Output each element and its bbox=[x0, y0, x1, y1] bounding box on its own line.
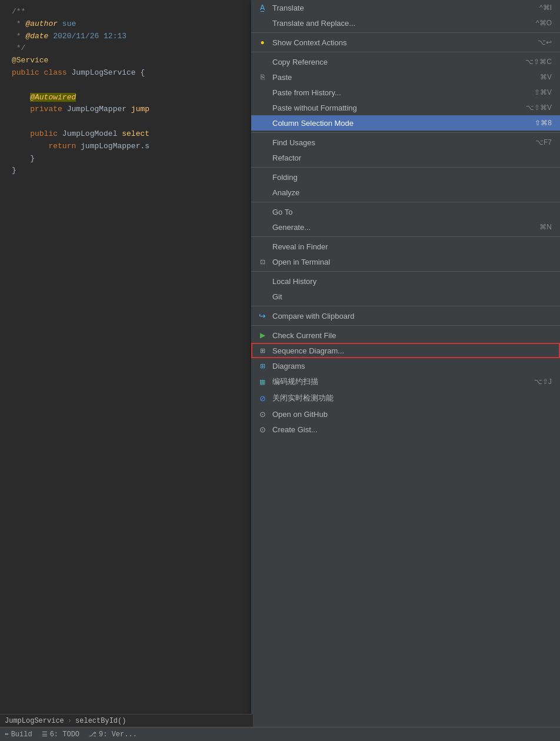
menu-item-generate[interactable]: Generate... ⌘N bbox=[251, 219, 560, 235]
code-line: /** bbox=[12, 6, 253, 18]
code-line: */ bbox=[12, 42, 253, 55]
menu-item-git[interactable]: Git bbox=[251, 289, 560, 304]
menu-item-shortcut: ⌥F7 bbox=[535, 138, 552, 146]
menu-separator bbox=[251, 202, 560, 202]
menu-item-show-context-actions[interactable]: ● Show Context Actions ⌥↩ bbox=[251, 35, 560, 50]
menu-item-label: Sequence Diagram... bbox=[272, 346, 552, 355]
menu-separator bbox=[251, 52, 560, 52]
code-line: private JumpLogMapper jump bbox=[12, 104, 253, 116]
menu-item-shortcut: ⌥⇧⌘C bbox=[525, 58, 552, 66]
menu-item-label: Find Usages bbox=[272, 138, 524, 147]
menu-item-label: Translate bbox=[272, 4, 528, 12]
code-line: public JumpLogModel select bbox=[12, 128, 253, 141]
menu-item-column-selection[interactable]: Column Selection Mode ⇧⌘8 bbox=[251, 115, 560, 131]
menu-item-shortcut: ⌥⇧⌘V bbox=[526, 104, 552, 112]
menu-item-shortcut: ⌥↩ bbox=[538, 38, 552, 46]
menu-item-refactor[interactable]: Refactor bbox=[251, 150, 560, 165]
menu-separator bbox=[251, 306, 560, 306]
breadcrumb-class[interactable]: JumpLogService bbox=[5, 717, 64, 725]
menu-item-label: Local History bbox=[272, 277, 552, 286]
menu-item-label: Compare with Clipboard bbox=[272, 312, 552, 321]
code-line: return jumpLogMapper.s bbox=[12, 141, 253, 153]
menu-separator bbox=[251, 132, 560, 133]
menu-item-label: Analyze bbox=[272, 188, 552, 197]
code-line: @Service bbox=[12, 55, 253, 67]
menu-item-reveal-finder[interactable]: Reveal in Finder bbox=[251, 239, 560, 254]
menu-item-label: Git bbox=[272, 292, 552, 301]
breadcrumb-method[interactable]: selectById() bbox=[75, 717, 126, 725]
build-icon: ⬅ bbox=[5, 730, 9, 738]
code-check-icon: ▦ bbox=[257, 378, 268, 386]
menu-item-local-history[interactable]: Local History bbox=[251, 273, 560, 289]
vcs-label: 9: Ver... bbox=[99, 730, 137, 739]
status-bar: ⬅ Build ☰ 6: TODO ⎇ 9: Ver... bbox=[0, 727, 560, 741]
todo-label: 6: TODO bbox=[50, 730, 79, 739]
menu-item-label: Reveal in Finder bbox=[272, 242, 552, 251]
vcs-icon: ⎇ bbox=[89, 730, 96, 738]
menu-item-open-github[interactable]: ⊙ Open on GitHub bbox=[251, 406, 560, 422]
menu-item-shortcut: ⌘V bbox=[540, 73, 552, 81]
menu-item-compare-clipboard[interactable]: ↪ Compare with Clipboard bbox=[251, 308, 560, 323]
menu-item-disable-realtime[interactable]: ⊘ 关闭实时检测功能 bbox=[251, 390, 560, 406]
menu-item-label: Translate and Replace... bbox=[272, 19, 524, 28]
code-line: public class JumpLogService { bbox=[12, 67, 253, 79]
menu-item-shortcut: ^⌘O bbox=[536, 19, 552, 27]
menu-separator bbox=[251, 271, 560, 272]
menu-item-create-gist[interactable]: ⊙ Create Gist... bbox=[251, 422, 560, 437]
menu-separator bbox=[251, 167, 560, 168]
menu-item-check-current-file[interactable]: ▶ Check Current File bbox=[251, 328, 560, 343]
menu-item-analyze[interactable]: Analyze bbox=[251, 185, 560, 200]
gist-icon: ⊙ bbox=[257, 425, 268, 434]
compare-icon: ↪ bbox=[257, 311, 268, 321]
menu-item-paste[interactable]: ⎘ Paste ⌘V bbox=[251, 69, 560, 85]
code-line bbox=[12, 79, 253, 92]
code-line: * @date 2020/11/26 12:13 bbox=[12, 31, 253, 43]
menu-item-shortcut: ^⌘I bbox=[539, 4, 552, 12]
menu-item-open-terminal[interactable]: ⊡ Open in Terminal bbox=[251, 254, 560, 269]
menu-item-label: Check Current File bbox=[272, 331, 552, 340]
github-icon: ⊙ bbox=[257, 410, 268, 419]
menu-item-diagrams[interactable]: ⊞ Diagrams bbox=[251, 358, 560, 373]
status-todo[interactable]: ☰ 6: TODO bbox=[42, 730, 79, 739]
menu-separator bbox=[251, 236, 560, 237]
menu-item-label: Show Context Actions bbox=[272, 38, 526, 47]
menu-item-label: Create Gist... bbox=[272, 425, 552, 434]
breadcrumb-separator: › bbox=[68, 717, 72, 725]
menu-item-paste-no-format[interactable]: Paste without Formatting ⌥⇧⌘V bbox=[251, 100, 560, 115]
menu-item-label: Paste without Formatting bbox=[272, 104, 514, 112]
menu-item-go-to[interactable]: Go To bbox=[251, 204, 560, 219]
diagrams-icon: ⊞ bbox=[257, 362, 268, 370]
menu-item-folding[interactable]: Folding bbox=[251, 169, 560, 185]
translate-icon: A̲ bbox=[257, 4, 268, 12]
code-line: } bbox=[12, 165, 253, 177]
bulb-icon: ● bbox=[257, 38, 268, 46]
disable-icon: ⊘ bbox=[257, 394, 268, 403]
build-label: Build bbox=[11, 730, 32, 739]
menu-item-label: Go To bbox=[272, 208, 552, 216]
menu-item-translate-replace[interactable]: Translate and Replace... ^⌘O bbox=[251, 15, 560, 31]
status-build[interactable]: ⬅ Build bbox=[5, 730, 32, 739]
menu-item-copy-reference[interactable]: Copy Reference ⌥⇧⌘C bbox=[251, 54, 560, 69]
menu-separator bbox=[251, 32, 560, 33]
menu-item-label: Refactor bbox=[272, 153, 540, 162]
menu-item-label: Folding bbox=[272, 173, 552, 182]
code-line: @Autowired bbox=[12, 92, 253, 104]
terminal-icon: ⊡ bbox=[257, 258, 268, 266]
menu-item-shortcut: ⇧⌘V bbox=[534, 88, 552, 96]
menu-item-label: Column Selection Mode bbox=[272, 119, 523, 128]
menu-item-translate[interactable]: A̲ Translate ^⌘I bbox=[251, 0, 560, 15]
menu-item-paste-history[interactable]: Paste from History... ⇧⌘V bbox=[251, 85, 560, 100]
menu-item-label: Open on GitHub bbox=[272, 410, 552, 419]
todo-icon: ☰ bbox=[42, 730, 48, 738]
menu-item-code-check[interactable]: ▦ 编码规约扫描 ⌥⇧J bbox=[251, 373, 560, 390]
code-line: * @author sue bbox=[12, 18, 253, 31]
paste-icon: ⎘ bbox=[257, 73, 268, 81]
menu-item-shortcut: ⌥⇧J bbox=[534, 378, 552, 386]
menu-item-find-usages[interactable]: Find Usages ⌥F7 bbox=[251, 135, 560, 150]
breadcrumb-bar: JumpLogService › selectById() bbox=[0, 714, 253, 727]
code-editor: /** * @author sue * @date 2020/11/26 12:… bbox=[0, 0, 253, 741]
play-icon: ▶ bbox=[257, 331, 268, 339]
sequence-diagram-icon: ⊞ bbox=[257, 347, 268, 355]
status-vcs[interactable]: ⎇ 9: Ver... bbox=[89, 730, 137, 739]
menu-item-sequence-diagram[interactable]: ⊞ Sequence Diagram... bbox=[251, 343, 560, 358]
